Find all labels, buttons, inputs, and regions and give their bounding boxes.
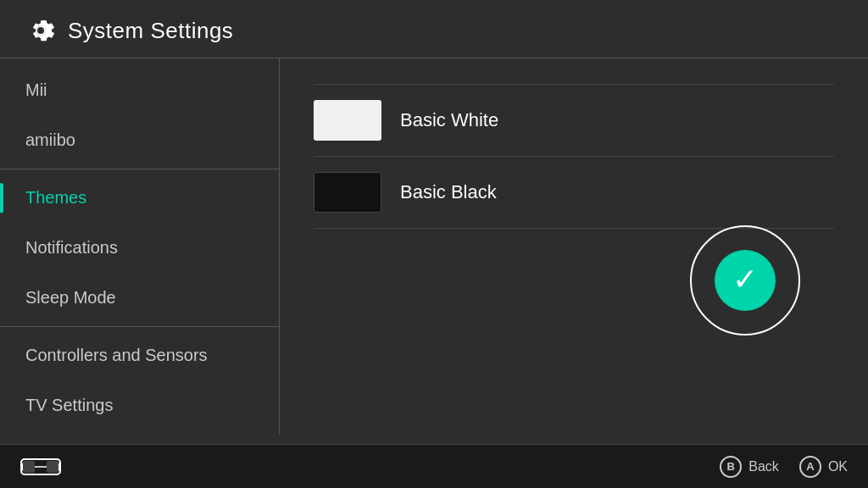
svg-rect-4 bbox=[20, 463, 23, 471]
footer: B Back A OK bbox=[0, 444, 868, 488]
svg-rect-2 bbox=[47, 461, 58, 473]
check-circle-inner: ✓ bbox=[715, 250, 776, 311]
sidebar-item-controllers[interactable]: Controllers and Sensors bbox=[0, 330, 279, 380]
theme-label-white: Basic White bbox=[400, 109, 498, 131]
header: System Settings bbox=[0, 0, 868, 58]
sidebar-item-notifications[interactable]: Notifications bbox=[0, 223, 279, 273]
themes-content: Basic White Basic Black ✓ bbox=[280, 58, 868, 435]
theme-label-black: Basic Black bbox=[400, 181, 497, 203]
sidebar-divider-2 bbox=[0, 326, 279, 327]
theme-preview-white bbox=[314, 100, 381, 141]
footer-left bbox=[20, 455, 61, 479]
sidebar-item-sleep-mode[interactable]: Sleep Mode bbox=[0, 273, 279, 323]
ok-label: OK bbox=[828, 459, 848, 474]
page-title: System Settings bbox=[68, 18, 233, 44]
sidebar-divider-1 bbox=[0, 169, 279, 169]
selected-indicator: ✓ bbox=[690, 225, 800, 336]
theme-basic-white[interactable]: Basic White bbox=[314, 84, 834, 157]
theme-basic-black[interactable]: Basic Black bbox=[314, 157, 834, 229]
a-button-circle: A bbox=[799, 456, 821, 478]
svg-rect-5 bbox=[58, 463, 61, 471]
back-button[interactable]: B Back bbox=[720, 456, 779, 478]
sidebar-item-mii[interactable]: Mii bbox=[0, 65, 279, 115]
checkmark-icon: ✓ bbox=[732, 264, 758, 295]
sidebar-item-tv-settings[interactable]: TV Settings bbox=[0, 380, 279, 430]
theme-preview-black bbox=[314, 172, 381, 213]
b-button-circle: B bbox=[720, 456, 742, 478]
back-label: Back bbox=[748, 459, 779, 474]
settings-icon bbox=[25, 15, 56, 46]
main-layout: Mii amiibo Themes Notifications Sleep Mo… bbox=[0, 58, 868, 435]
sidebar-item-themes[interactable]: Themes bbox=[0, 173, 279, 223]
svg-rect-1 bbox=[23, 461, 35, 473]
console-icon bbox=[20, 455, 61, 479]
sidebar-item-amiibo[interactable]: amiibo bbox=[0, 115, 279, 165]
ok-button[interactable]: A OK bbox=[799, 456, 848, 478]
sidebar: Mii amiibo Themes Notifications Sleep Mo… bbox=[0, 58, 280, 435]
check-circle-outer: ✓ bbox=[690, 225, 800, 336]
footer-right: B Back A OK bbox=[720, 456, 848, 478]
